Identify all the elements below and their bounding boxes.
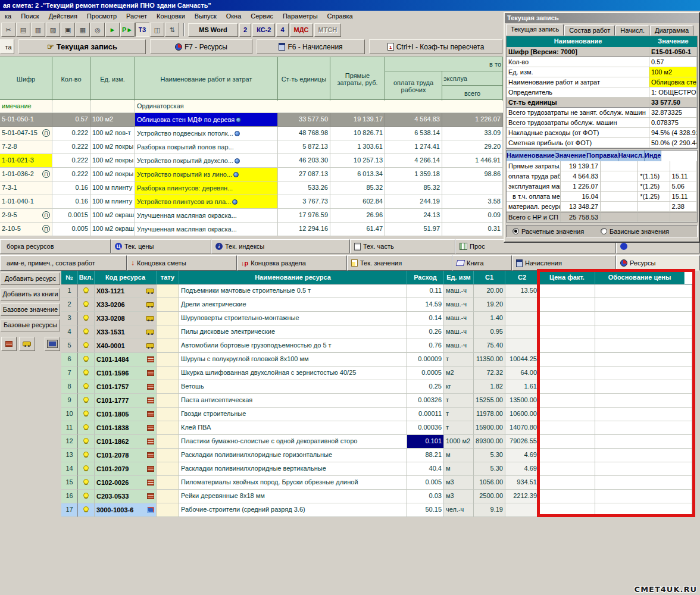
resource-row[interactable]: 6 С101-1484 Шурупы с полукруглой головко… xyxy=(61,353,692,367)
resource-c1[interactable]: 1056.00 xyxy=(474,476,505,490)
calc-index[interactable]: 2.38 xyxy=(670,202,697,212)
work-direct-costs[interactable]: 61.47 xyxy=(330,223,385,236)
work-unit[interactable]: 100 м2 покры xyxy=(90,154,135,168)
toolbar-button[interactable]: ✂ xyxy=(1,23,15,37)
work-qty[interactable]: 0.0015 xyxy=(52,209,90,223)
resource-status[interactable] xyxy=(157,408,179,421)
property-value[interactable]: Е15-01-050-1 xyxy=(649,47,697,57)
resource-unit[interactable]: т xyxy=(444,408,474,421)
resource-num[interactable]: 16 xyxy=(61,490,78,503)
property-value[interactable]: Облицовка стен xyxy=(649,77,697,87)
tab[interactable]: Тех. часть xyxy=(350,239,455,253)
resource-name[interactable]: Шурупы с полукруглой головкой 8х100 мм xyxy=(179,353,407,367)
calc-index[interactable]: 15.11 xyxy=(670,192,697,202)
tab[interactable]: Тек. значения xyxy=(347,255,452,271)
work-direct-costs[interactable]: 602.84 xyxy=(330,195,385,209)
work-unit-cost[interactable]: 46 203.30 xyxy=(278,154,330,168)
resource-c1[interactable]: 9.19 xyxy=(474,503,505,517)
resource-price-basis[interactable] xyxy=(595,298,692,312)
work-direct-costs[interactable]: 10 826.71 xyxy=(330,127,385,140)
resource-c2[interactable] xyxy=(505,339,539,353)
resource-c1[interactable]: 20.00 xyxy=(474,284,505,298)
calc-value[interactable]: 13 348.27 xyxy=(561,202,601,212)
resource-num[interactable]: 13 xyxy=(61,449,78,462)
work-total[interactable]: 98.86 xyxy=(442,168,503,181)
resource-c1[interactable]: 15255.00 xyxy=(474,394,505,408)
menu-item[interactable]: Сервис xyxy=(246,11,278,21)
work-unit[interactable]: 100 м плинту xyxy=(90,181,135,195)
resource-consumption[interactable]: 50.15 xyxy=(407,503,444,517)
work-direct-costs[interactable]: 19 139.17 xyxy=(330,113,385,127)
resource-actual-price[interactable] xyxy=(539,490,595,503)
resource-c1[interactable]: 5.30 xyxy=(474,449,505,462)
resource-row[interactable]: 7 С101-1596 Шкурка шлифованная двухслойн… xyxy=(61,367,692,380)
resource-unit[interactable]: т xyxy=(444,421,474,435)
work-total[interactable]: 29.20 xyxy=(442,140,503,154)
resource-name[interactable]: Пиломатериалы хвойных пород. Бруски обре… xyxy=(179,476,407,490)
property-value[interactable]: 94.5% (4 328.92 xyxy=(649,128,697,138)
radio-icon[interactable] xyxy=(512,228,519,234)
calc-markup[interactable]: *(1.25) xyxy=(638,192,670,202)
format-button[interactable]: MS Word xyxy=(188,23,238,37)
format-button[interactable]: КС-2 xyxy=(252,23,275,37)
resource-name[interactable]: Автомобили бортовые грузоподъемностью до… xyxy=(179,339,407,353)
menu-item[interactable]: Действия xyxy=(44,11,82,21)
work-unit-cost[interactable]: 533.26 xyxy=(278,181,330,195)
resource-actual-price[interactable] xyxy=(539,421,595,435)
resource-name[interactable]: Гвозди строительные xyxy=(179,408,407,421)
calc-index[interactable]: 5.06 xyxy=(670,181,697,192)
resource-price-basis[interactable] xyxy=(595,325,692,339)
toolbar-button[interactable]: ▦ xyxy=(76,23,90,37)
toolbar-button[interactable]: ТЗ xyxy=(135,23,149,37)
resource-status[interactable] xyxy=(157,380,179,394)
work-row[interactable]: 1-01-036-2П 0.222 100 м2 покры Устройств… xyxy=(0,168,503,181)
resource-c1[interactable]: 0.95 xyxy=(474,325,505,339)
work-direct-costs[interactable]: 1 303.61 xyxy=(330,140,385,154)
work-unit-cost[interactable]: 12 294.16 xyxy=(278,223,330,236)
resource-c1[interactable]: 2500.00 xyxy=(474,490,505,503)
resource-unit[interactable]: маш.-ч xyxy=(444,284,474,298)
tab[interactable]: Книга xyxy=(452,255,512,271)
work-unit[interactable]: 100 м2 пов-т xyxy=(90,127,135,140)
resource-name[interactable]: Рейки деревянные 8х18 мм xyxy=(179,490,407,503)
resource-price-basis[interactable] xyxy=(595,421,692,435)
resource-actual-price[interactable] xyxy=(539,394,595,408)
resource-status[interactable] xyxy=(157,476,179,490)
toolbar-button[interactable]: ◎ xyxy=(90,23,105,37)
resource-actual-price[interactable] xyxy=(539,449,595,462)
resource-actual-price[interactable] xyxy=(539,367,595,380)
resource-c1[interactable]: 15900.00 xyxy=(474,421,505,435)
resource-unit[interactable]: маш.-ч xyxy=(444,298,474,312)
resource-num[interactable]: 12 xyxy=(61,435,78,449)
panel-tab[interactable]: Диаграмма xyxy=(650,25,693,36)
resource-status[interactable] xyxy=(157,298,179,312)
section-row[interactable]: имечание Ординаторская xyxy=(0,100,503,113)
resource-unit[interactable]: маш.-ч xyxy=(444,312,474,325)
work-labor-pay[interactable]: 6 538.14 xyxy=(385,127,442,140)
sidebar-button[interactable]: Добавить из книги xyxy=(1,288,60,300)
sidebar-icon-button[interactable] xyxy=(1,337,17,351)
work-unit-cost[interactable]: 33 577.50 xyxy=(278,113,330,127)
resource-c2[interactable]: 934.51 xyxy=(505,476,539,490)
panel-tab[interactable]: Состав работ xyxy=(564,25,615,36)
resource-c1[interactable]: 89300.00 xyxy=(474,435,505,449)
resource-status[interactable] xyxy=(157,435,179,449)
property-value[interactable]: 0.078375 xyxy=(649,118,697,128)
resource-num[interactable]: 4 xyxy=(61,325,78,339)
resource-row[interactable]: 5 Х40-0001 Автомобили бортовые грузоподъ… xyxy=(61,339,692,353)
calc-value[interactable]: 4 564.83 xyxy=(561,171,601,181)
sidebar-icon-button[interactable] xyxy=(19,337,35,351)
resource-consumption[interactable]: 0.00011 xyxy=(407,408,444,421)
work-labor-pay[interactable]: 85.32 xyxy=(385,181,442,195)
resource-name[interactable]: Раскладки поливинилхлоридные горизонталь… xyxy=(179,449,407,462)
resource-name[interactable]: Раскладки поливинилхлоридные вертикальны… xyxy=(179,462,407,476)
resource-c2[interactable]: 10600.00 xyxy=(505,408,539,421)
resource-num[interactable]: 11 xyxy=(61,421,78,435)
resource-name[interactable]: Пластики бумажно-слоистые с одной декора… xyxy=(179,435,407,449)
view-button[interactable]: Текущая запись xyxy=(18,39,146,54)
resource-c2[interactable]: 13500.00 xyxy=(505,394,539,408)
calc-adjustment[interactable] xyxy=(601,171,638,181)
menu-item[interactable]: Расчет xyxy=(121,11,152,21)
work-labor-pay[interactable]: 1 359.18 xyxy=(385,168,442,181)
resource-price-basis[interactable] xyxy=(595,284,692,298)
